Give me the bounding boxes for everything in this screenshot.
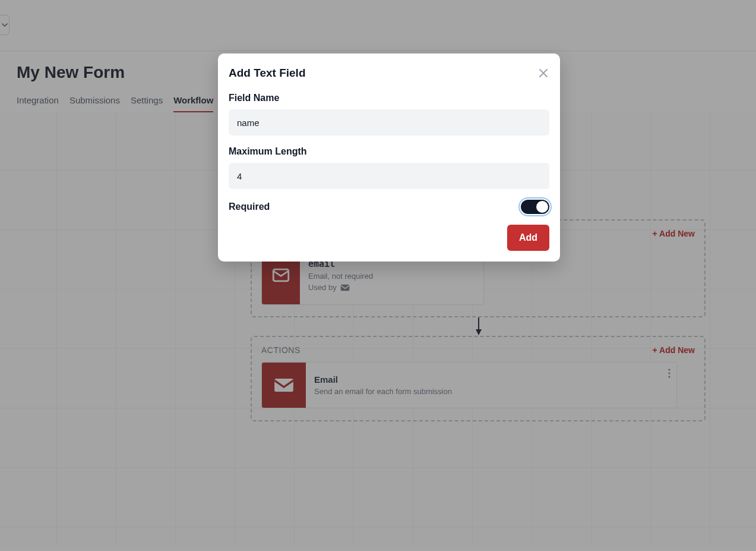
required-toggle[interactable] (521, 200, 549, 214)
close-icon (539, 68, 548, 78)
add-text-field-modal: Add Text Field Field Name Maximum Length… (218, 53, 560, 262)
max-length-input[interactable] (229, 163, 549, 189)
field-name-input[interactable] (229, 109, 549, 136)
modal-title: Add Text Field (229, 67, 305, 80)
required-label: Required (229, 201, 270, 212)
field-name-label: Field Name (229, 93, 549, 103)
toggle-knob (536, 201, 548, 213)
max-length-label: Maximum Length (229, 146, 549, 157)
add-button[interactable]: Add (507, 225, 549, 251)
modal-close-button[interactable] (537, 67, 549, 79)
